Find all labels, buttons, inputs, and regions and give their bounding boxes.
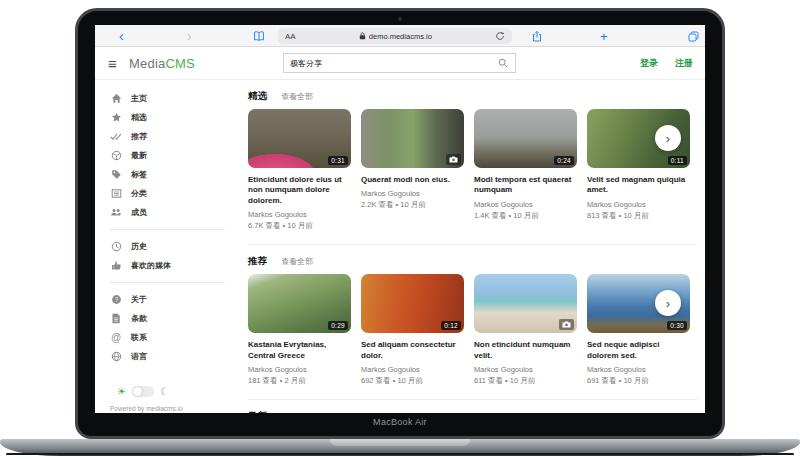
globe-icon [110, 351, 122, 362]
sidebar-item-tags[interactable]: 标签 [95, 165, 240, 184]
sidebar-item-terms[interactable]: 条款 [95, 309, 240, 328]
video-thumbnail[interactable]: 0:31 [248, 109, 351, 168]
media-card[interactable]: 0:31 Etincidunt dolore eius ut non numqu… [248, 109, 351, 231]
theme-toggle[interactable] [132, 386, 154, 397]
reload-icon[interactable] [495, 31, 505, 41]
view-all-link[interactable]: 查看全部 [281, 256, 313, 267]
menu-icon[interactable]: ≡ [108, 55, 117, 72]
image-thumbnail[interactable] [361, 109, 464, 168]
media-stats: 691 查看 • 10 月前 [587, 376, 690, 386]
media-author[interactable]: Markos Gogoulos [248, 210, 351, 219]
macbook-lid-notch [330, 439, 470, 446]
macbook-base [0, 439, 800, 456]
media-stats: 692 查看 • 10 月前 [361, 376, 464, 386]
sidebar-item-history[interactable]: 历史 [95, 237, 240, 256]
media-card[interactable]: Non etincidunt numquam velit. Markos Gog… [474, 274, 577, 386]
recommended-section-header: 推荐 查看全部 [248, 255, 705, 268]
share-icon[interactable] [531, 25, 543, 47]
video-thumbnail[interactable]: 0:29 [248, 274, 351, 333]
sidebar-item-recommended[interactable]: 推荐 [95, 127, 240, 146]
sidebar-divider [110, 282, 225, 283]
section-title: 精选 [248, 90, 267, 103]
media-author[interactable]: Markos Gogoulos [361, 365, 464, 374]
macbook-screen-frame: ‹ › AA demo.mediacms.io + [75, 8, 725, 439]
media-author[interactable]: Markos Gogoulos [587, 365, 690, 374]
check-icon [110, 131, 122, 142]
media-author[interactable]: Markos Gogoulos [361, 189, 464, 198]
history-icon [110, 241, 122, 252]
sidebar-item-home[interactable]: 主页 [95, 89, 240, 108]
media-title[interactable]: Etincidunt dolore eius ut non numquam do… [248, 175, 351, 206]
sidebar-item-liked-media[interactable]: 喜欢的媒体 [95, 256, 240, 275]
media-card[interactable]: Quaerat modi non eius. Markos Gogoulos 2… [361, 109, 464, 231]
media-title[interactable]: Velit sed magnam quiquia amet. [587, 175, 690, 196]
media-title[interactable]: Sed neque adipisci dolorem sed. [587, 340, 690, 361]
featured-section-header: 精选 查看全部 [248, 90, 705, 103]
search-input[interactable] [284, 59, 491, 68]
lock-icon [359, 32, 366, 40]
thumb-up-icon [110, 260, 122, 271]
sidebar-item-language[interactable]: 语言 [95, 347, 240, 366]
media-author[interactable]: Markos Gogoulos [587, 200, 690, 209]
media-author[interactable]: Markos Gogoulos [248, 365, 351, 374]
sidebar-item-about[interactable]: ? 关于 [95, 290, 240, 309]
reader-mode-button[interactable]: AA [285, 32, 296, 41]
media-author[interactable]: Markos Gogoulos [474, 365, 577, 374]
video-thumbnail[interactable]: 0:24 [474, 109, 577, 168]
sphere-icon [110, 150, 122, 161]
forward-button[interactable]: › [187, 25, 192, 47]
url-bar[interactable]: AA demo.mediacms.io [278, 28, 512, 44]
bookmarks-icon[interactable] [253, 25, 265, 47]
media-title[interactable]: Quaerat modi non eius. [361, 175, 464, 185]
recommended-row: 0:29 Kastania Evrytanias, Central Greece… [248, 274, 705, 386]
sun-icon: ☀ [117, 386, 126, 397]
media-stats: 1.4K 查看 • 10 月前 [474, 211, 577, 221]
video-thumbnail[interactable]: 0:12 [361, 274, 464, 333]
sidebar-item-categories[interactable]: 分类 [95, 184, 240, 203]
chevron-right-icon: › [666, 131, 670, 146]
url-text: demo.mediacms.io [369, 32, 432, 41]
powered-by[interactable]: Powered by mediacms.io [110, 405, 183, 412]
moon-icon: ☾ [160, 386, 169, 397]
carousel-next-button[interactable]: › [655, 125, 681, 151]
media-card[interactable]: 0:24 Modi tempora est quaerat numquam Ma… [474, 109, 577, 231]
sidebar-item-members[interactable]: 成员 [95, 203, 240, 222]
search-icon[interactable] [491, 54, 515, 72]
media-card[interactable]: 0:12 Sed aliquam consectetur dolor. Mark… [361, 274, 464, 386]
back-button[interactable]: ‹ [119, 25, 124, 47]
sidebar-item-contact[interactable]: @ 联系 [95, 328, 240, 347]
home-icon [110, 93, 122, 104]
sidebar-item-latest[interactable]: 最新 [95, 146, 240, 165]
sidebar-divider [110, 229, 225, 230]
media-title[interactable]: Sed aliquam consectetur dolor. [361, 340, 464, 361]
media-stats: 6.7K 查看 • 10 月前 [248, 221, 351, 231]
webcam-dot [398, 17, 402, 21]
carousel-next-button[interactable]: › [655, 290, 681, 316]
section-divider [248, 244, 697, 245]
media-title[interactable]: Non etincidunt numquam velit. [474, 340, 577, 361]
view-all-link[interactable]: 查看全部 [281, 91, 313, 102]
browser-toolbar: ‹ › AA demo.mediacms.io + [95, 25, 705, 47]
media-title[interactable]: Kastania Evrytanias, Central Greece [248, 340, 351, 361]
duration-badge: 0:24 [554, 156, 574, 165]
sidebar-item-featured[interactable]: 精选 [95, 108, 240, 127]
site-header: ≡ MediaCMS 登录 注册 [95, 47, 705, 80]
members-icon [110, 207, 122, 218]
tag-icon [110, 169, 122, 180]
site-logo[interactable]: MediaCMS [129, 56, 195, 71]
media-card[interactable]: 0:29 Kastania Evrytanias, Central Greece… [248, 274, 351, 386]
section-title: 推荐 [248, 255, 267, 268]
image-thumbnail[interactable] [474, 274, 577, 333]
section-divider [248, 399, 697, 400]
macbook-base-edge [6, 453, 794, 455]
login-link[interactable]: 登录 [640, 57, 658, 70]
media-title[interactable]: Modi tempora est quaerat numquam [474, 175, 577, 196]
new-tab-icon[interactable]: + [600, 25, 608, 47]
register-link[interactable]: 注册 [675, 57, 693, 70]
featured-row: 0:31 Etincidunt dolore eius ut non numqu… [248, 109, 705, 231]
tabs-icon[interactable] [687, 25, 700, 47]
theme-switcher: ☀ ☾ [95, 386, 240, 397]
question-icon: ? [110, 294, 122, 305]
media-author[interactable]: Markos Gogoulos [474, 200, 577, 209]
media-stats: 813 查看 • 10 月前 [587, 211, 690, 221]
